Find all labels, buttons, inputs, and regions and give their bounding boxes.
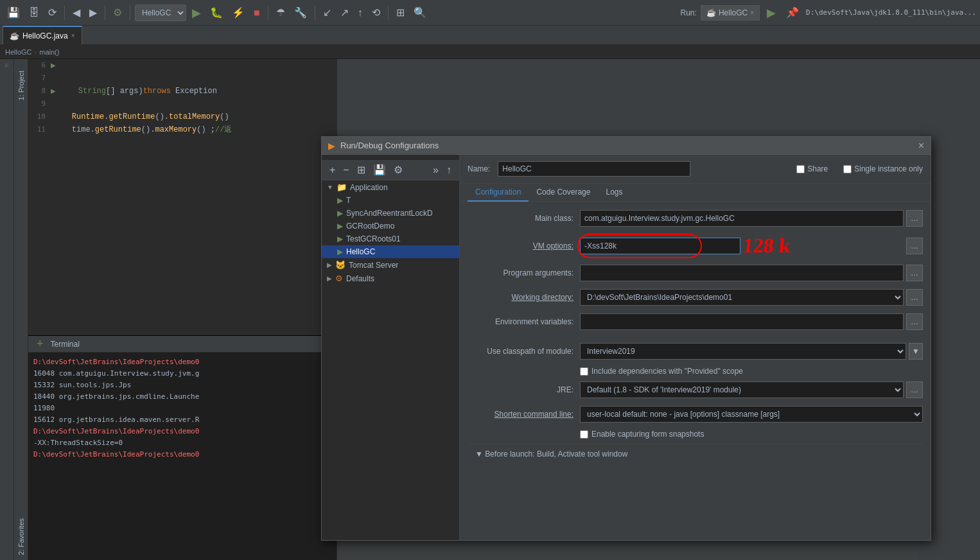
run-path: D:\devSoft\Java\jdk1.8.0_111\bin\java... [806, 8, 976, 17]
add-config-button[interactable]: + [327, 163, 338, 177]
program-args-row: Program arguments: … [468, 264, 923, 282]
jre-browse-button[interactable]: … [906, 381, 923, 398]
vm-options-label: VM options: [468, 241, 580, 250]
enable-snapshots-checkbox[interactable] [580, 430, 588, 439]
move-up-button[interactable]: ↑ [444, 163, 454, 177]
program-args-browse-button[interactable]: … [906, 265, 923, 281]
vm-options-input[interactable] [580, 238, 740, 254]
run-tab-close[interactable]: × [750, 9, 754, 16]
settings-config-button[interactable]: ⚙ [391, 162, 405, 177]
main-class-input[interactable] [580, 210, 904, 227]
run-again-button[interactable]: ▶ [764, 4, 779, 22]
search-button[interactable]: 🔍 [410, 4, 430, 21]
terminal-line-6: -XX:ThreadStackSize=0 [33, 437, 331, 449]
env-vars-label: Environment variables: [468, 317, 580, 326]
favorites-tab[interactable]: 2: Favorites [16, 513, 26, 560]
debug-button[interactable]: 🐛 [207, 4, 226, 21]
project-tab[interactable]: 1: Project [16, 66, 26, 105]
tree-application-group[interactable]: ▼ 📁 Application [322, 180, 459, 194]
code-line-8[interactable]: 8 ▶ String[] args)throws Exception [28, 85, 337, 98]
program-args-input[interactable] [580, 265, 904, 281]
include-deps-label[interactable]: Include dependencies with "Provided" sco… [580, 367, 743, 376]
env-vars-browse-button[interactable]: … [906, 313, 923, 330]
tab-code-coverage[interactable]: Code Coverage [529, 184, 598, 202]
terminal-line-2: 15332 sun.tools.jps.Jps [33, 380, 331, 391]
tree-tomcat-group[interactable]: ▶ 🐱 Tomcat Server [322, 258, 459, 272]
push-button[interactable]: ↑ [354, 5, 366, 21]
classpath-select[interactable]: Interview2019 [580, 343, 906, 360]
tab-logs[interactable]: Logs [598, 184, 630, 202]
shorten-cmd-select[interactable]: user-local default: none - java [options… [580, 406, 923, 423]
forward-button[interactable]: ▶ [86, 4, 100, 21]
tree-item-sync-label: SyncAndReentrantLockD [346, 209, 433, 218]
left-gutter: ≡ [0, 59, 14, 560]
vcs-button[interactable]: ↙ [320, 4, 335, 21]
run-config-icon-hellogc: ▶ [337, 247, 343, 256]
name-input[interactable] [498, 161, 690, 177]
defaults-chevron-icon: ▶ [327, 275, 332, 282]
tree-item-gcroot[interactable]: ▶ GCRootDemo [322, 220, 459, 232]
run-config-select[interactable]: HelloGC [135, 4, 186, 21]
update-button[interactable]: ↗ [337, 4, 352, 21]
save-config-button[interactable]: 💾 [371, 162, 389, 177]
coverage-button[interactable]: ☂ [273, 4, 288, 21]
stop-button[interactable]: ■ [250, 5, 263, 21]
sync-button[interactable]: ⟳ [45, 4, 60, 21]
tree-application-label: Application [350, 183, 388, 192]
config-form: Main class: … VM options: [460, 202, 931, 475]
tree-item-T-label: T [346, 196, 351, 205]
working-dir-select[interactable]: D:\devSoft\JetBrains\IdeaProjects\demo01 [580, 289, 904, 306]
tree-item-testgcroots[interactable]: ▶ TestGCRoots01 [322, 232, 459, 245]
gutter-icon: ≡ [5, 62, 9, 69]
structure-button[interactable]: ⊞ [393, 4, 408, 21]
tree-item-hellogc[interactable]: ▶ HelloGC [322, 245, 459, 258]
tab-close-icon[interactable]: × [71, 32, 75, 39]
env-vars-input[interactable] [580, 313, 904, 330]
run-config-icon-testgcroots: ▶ [337, 234, 343, 243]
env-vars-input-row: … [580, 313, 923, 330]
single-instance-checkbox[interactable] [843, 165, 852, 173]
include-deps-checkbox[interactable] [580, 367, 588, 376]
back-button[interactable]: ◀ [69, 4, 83, 21]
build-button[interactable]: ⚙ [110, 4, 125, 21]
run-button[interactable]: ▶ [189, 4, 204, 22]
share-checkbox[interactable] [796, 165, 805, 173]
save-all-button[interactable]: 🗄 [26, 5, 42, 21]
run-tab[interactable]: ☕ HelloGC × [701, 5, 760, 21]
main-class-browse-button[interactable]: … [906, 210, 923, 227]
terminal-title: Terminal [51, 340, 80, 349]
before-launch-header[interactable]: ▼ Before launch: Build, Activate tool wi… [475, 450, 915, 459]
dialog-icon: ▶ [328, 141, 335, 151]
jre-select[interactable]: Default (1.8 - SDK of 'Interview2019' mo… [580, 381, 904, 398]
history-button[interactable]: ⟲ [369, 4, 383, 21]
copy-config-button[interactable]: ⊞ [354, 162, 368, 177]
external-tool-button[interactable]: 🔧 [291, 4, 310, 21]
terminal-content[interactable]: D:\devSoft\JetBrains\IdeaProjects\demo0 … [28, 353, 337, 560]
save-button[interactable]: 💾 [4, 4, 23, 21]
enable-snapshots-label[interactable]: Enable capturing form snapshots [580, 430, 704, 439]
dialog-toolbar: + − ⊞ 💾 ⚙ » ↑ [322, 160, 459, 180]
java-file-icon: ☕ [10, 31, 19, 40]
tab-configuration[interactable]: Configuration [468, 184, 529, 202]
share-checkbox-row: Share [796, 164, 828, 173]
app-folder-icon: 📁 [337, 182, 347, 192]
file-tab-hellogc[interactable]: ☕ HelloGC.java × [3, 26, 82, 44]
breadcrumb-project[interactable]: HelloGC [5, 48, 32, 56]
dialog-close-button[interactable]: × [918, 140, 924, 152]
tree-item-sync[interactable]: ▶ SyncAndReentrantLockD [322, 207, 459, 220]
vm-options-browse-button[interactable]: … [906, 238, 923, 254]
expand-button[interactable]: » [430, 163, 441, 177]
breadcrumb-method[interactable]: main() [39, 48, 59, 56]
profile-button[interactable]: ⚡ [229, 4, 248, 21]
tree-item-T[interactable]: ▶ T [322, 194, 459, 207]
remove-config-button[interactable]: − [340, 163, 351, 177]
app-chevron-icon: ▼ [327, 184, 333, 191]
pin-button[interactable]: 📌 [783, 4, 802, 21]
tree-defaults-group[interactable]: ▶ ⚙ Defaults [322, 272, 459, 285]
classpath-browse-button[interactable]: ▼ [909, 343, 923, 360]
working-dir-row: Working directory: D:\devSoft\JetBrains\… [468, 288, 923, 306]
shorten-cmd-label: Shorten command line: [468, 410, 580, 419]
working-dir-browse-button[interactable]: … [906, 289, 923, 306]
add-terminal-button[interactable]: + [33, 335, 47, 353]
dialog-titlebar: ▶ Run/Debug Configurations × [322, 137, 931, 155]
